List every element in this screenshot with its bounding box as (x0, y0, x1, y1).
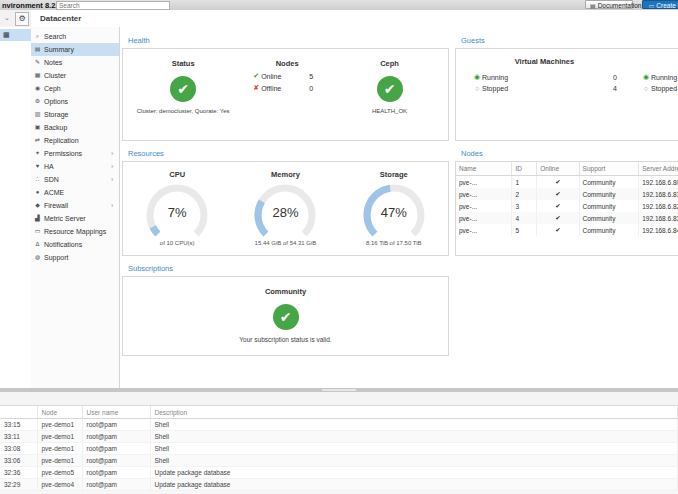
nodes-panel: Nodes NameIDOnlineSupportServer AddressC… (455, 146, 678, 256)
gauge-memory: Memory28%15.44 GiB of 54.31 GiB (231, 162, 339, 255)
task-log-row[interactable]: 33:15pve-demo1root@pamShell (0, 419, 678, 431)
lifering-icon: ◍ (31, 251, 44, 264)
cluster-status-caption: Cluster: democluster, Quorate: Yes (137, 108, 230, 114)
sidebar-item-label: Cluster (44, 69, 111, 82)
node-address: 192.168.6.80 (639, 176, 678, 189)
column-header-online[interactable]: Online (537, 162, 579, 176)
lxc-heading: LXC (635, 57, 678, 66)
sidebar-item-ha[interactable]: ♥HA› (31, 160, 119, 173)
node-row[interactable]: pve-...5✔Community192.168.6.847% (456, 224, 678, 236)
lxc-guests-section: LXC ◉ Running ○ Stopped (635, 57, 678, 140)
documentation-button[interactable]: ▤Documentation (585, 0, 633, 9)
running-dot-icon: ◉ (641, 73, 651, 81)
task-user: root@pam (82, 443, 150, 455)
node-name: pve-... (456, 176, 512, 189)
submenu-arrow-icon: › (111, 199, 119, 212)
sidebar-item-resource-mappings[interactable]: ▭Resource Mappings (31, 225, 119, 238)
online-check-icon: ✔ (537, 200, 579, 212)
sidebar-item-metric-server[interactable]: ▟Metric Server (31, 212, 119, 225)
log-column-header-node[interactable]: Node (37, 406, 82, 419)
node-row[interactable]: pve-...2✔Community192.168.6.817% (456, 188, 678, 200)
sidebar-item-search[interactable]: ⌕Search (31, 30, 119, 43)
gauge-caption: 8.16 TiB of 17.50 TiB (340, 240, 448, 246)
ceph-icon: ◉ (31, 82, 44, 95)
sidebar-item-label: HA (44, 160, 111, 173)
node-id: 2 (512, 188, 537, 200)
sidebar-item-label: Storage (44, 108, 111, 121)
submenu-arrow-icon: › (111, 147, 119, 160)
sidebar-item-acme[interactable]: ●ACME (31, 186, 119, 199)
task-user: root@pam (82, 431, 150, 443)
sidebar-item-backup[interactable]: ▣Backup (31, 121, 119, 134)
column-header-id[interactable]: ID (512, 162, 537, 176)
page-header: Datacenter (31, 10, 678, 28)
online-check-icon: ✔ (537, 176, 579, 189)
note-icon: ✎ (31, 56, 44, 69)
task-node: pve-demo1 (37, 455, 82, 467)
subscription-message: Your subscription status is valid. (123, 336, 448, 343)
sidebar-item-label: Metric Server (44, 212, 111, 225)
check-icon: ✔ (251, 72, 261, 80)
log-column-header-description[interactable]: Description (150, 406, 678, 419)
column-header-server-address[interactable]: Server Address (639, 162, 678, 176)
sidebar-item-label: SDN (44, 173, 111, 186)
vm-heading: Virtual Machines (466, 57, 623, 66)
sidebar-item-sdn[interactable]: ∴SDN› (31, 173, 119, 186)
task-user: root@pam (82, 455, 150, 467)
node-row[interactable]: pve-...1✔Community192.168.6.808% (456, 176, 678, 189)
subscription-ok-icon: ✔ (273, 304, 299, 330)
task-log-row[interactable]: 33:06pve-demo1root@pamShell (0, 455, 678, 467)
tree-settings-button[interactable]: ⚙ (15, 12, 29, 26)
lxc-stopped-label: Stopped (651, 85, 678, 92)
node-row[interactable]: pve-...3✔Community192.168.6.826% (456, 200, 678, 212)
book-icon: ▤ (590, 3, 596, 9)
task-log-row[interactable]: 33:11pve-demo1root@pamShell (0, 431, 678, 443)
guests-panel-box: Virtual Machines ◉ Running 0 ○ Stopped 4 (455, 48, 678, 141)
page-title: Datacenter (40, 14, 81, 23)
gauge-arc: 28% (235, 181, 335, 239)
ceph-heading: Ceph (380, 59, 399, 68)
sidebar-item-ceph[interactable]: ◉Ceph (31, 82, 119, 95)
sidebar-item-notifications[interactable]: ΔNotifications (31, 238, 119, 251)
gauge-storage: Storage47%8.16 TiB of 17.50 TiB (340, 162, 448, 255)
task-description: Update package database (150, 479, 678, 491)
task-node: pve-demo1 (37, 443, 82, 455)
subscriptions-panel: Subscriptions Community ✔ Your subscript… (122, 261, 449, 356)
node-row[interactable]: pve-...4✔Community192.168.6.836% (456, 212, 678, 224)
resources-panel-title: Resources (122, 146, 449, 161)
heartbeat-icon: ♥ (31, 160, 44, 173)
node-name: pve-... (456, 224, 512, 236)
online-label: Online (261, 73, 309, 80)
tree-item-datacenter[interactable]: ▩ (0, 29, 31, 41)
sidebar-item-firewall[interactable]: ◆Firewall› (31, 199, 119, 212)
tree-controls: ⌄ ⚙ (0, 10, 32, 28)
sidebar-item-replication[interactable]: ⇄Replication (31, 134, 119, 147)
submenu-arrow-icon: › (111, 173, 119, 186)
nodes-table: NameIDOnlineSupportServer AddressCPU usa… (456, 162, 678, 236)
task-node: pve-demo1 (37, 419, 82, 431)
search-input[interactable] (56, 1, 170, 10)
log-column-header-time[interactable] (0, 406, 37, 419)
task-log-row[interactable]: 32:29pve-demo4root@pamUpdate package dat… (0, 479, 678, 491)
chevron-down-icon[interactable]: ⌄ (4, 14, 10, 22)
sidebar-item-cluster[interactable]: ▦Cluster (31, 69, 119, 82)
sidebar-item-support[interactable]: ◍Support (31, 251, 119, 264)
node-support: Community (579, 212, 639, 224)
create-vm-button[interactable]: ▭Create VM (642, 0, 678, 9)
resource-tree[interactable]: ▩ (0, 27, 32, 388)
column-header-name[interactable]: Name (456, 162, 512, 176)
sidebar-item-label: Permissions (44, 147, 111, 160)
sidebar-item-storage[interactable]: ▥Storage (31, 108, 119, 121)
task-log-row[interactable]: 33:08pve-demo1root@pamShell (0, 443, 678, 455)
task-log-row[interactable]: 32:36pve-demo5root@pamUpdate package dat… (0, 467, 678, 479)
sidebar-item-permissions[interactable]: ✦Permissions› (31, 147, 119, 160)
sidebar-item-summary[interactable]: ▤Summary (31, 43, 119, 56)
gauge-caption: of 10 CPU(s) (123, 240, 231, 246)
sidebar-item-options[interactable]: ⚙Options (31, 95, 119, 108)
sidebar-item-notes[interactable]: ✎Notes (31, 56, 119, 69)
health-panel-box: Status ✔ Cluster: democluster, Quorate: … (122, 48, 449, 141)
sidebar-item-label: Notes (44, 56, 111, 69)
column-header-support[interactable]: Support (579, 162, 639, 176)
vm-running-value: 0 (605, 74, 617, 81)
log-column-header-user-name[interactable]: User name (82, 406, 150, 419)
